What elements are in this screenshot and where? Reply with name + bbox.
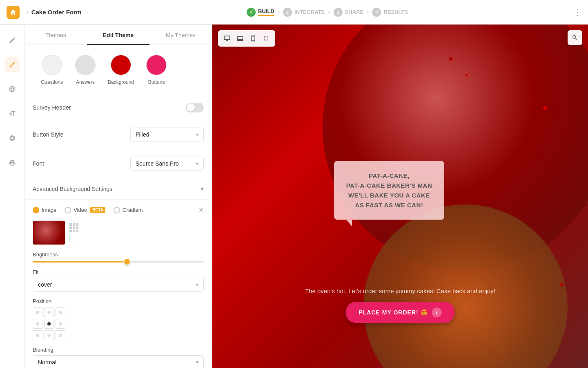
- radio-video-label: Video: [74, 207, 87, 213]
- pos-mid-left[interactable]: [33, 319, 42, 329]
- survey-header-toggle[interactable]: [186, 103, 204, 112]
- tab-my-themes[interactable]: My Themes: [149, 25, 212, 45]
- step-results[interactable]: 4 RESULTS: [372, 8, 408, 17]
- color-item-buttons[interactable]: Buttons: [146, 55, 167, 85]
- preview-fullscreen-btn[interactable]: [261, 33, 272, 44]
- main-content: Themes Edit Theme My Themes Questions An…: [0, 25, 588, 368]
- pos-bot-center[interactable]: [44, 330, 54, 340]
- image-thumbnail[interactable]: [33, 220, 65, 245]
- color-circle-answers[interactable]: [75, 55, 96, 75]
- sidebar-globe-icon[interactable]: [5, 82, 20, 96]
- step-share[interactable]: 3 SHARE: [334, 8, 364, 17]
- berry-4: [543, 106, 547, 110]
- fit-dropdown[interactable]: cover ▾: [33, 278, 204, 292]
- cta-arrow-icon: ›: [432, 307, 442, 317]
- sidebar-text-icon[interactable]: [5, 106, 20, 121]
- pos-bot-left[interactable]: [33, 330, 42, 340]
- panel-tabs: Themes Edit Theme My Themes: [24, 25, 212, 45]
- pos-mid-right[interactable]: [56, 319, 65, 329]
- berry-1: [449, 57, 452, 61]
- quote-text: PAT-A-CAKE,PAT-A-CAKE BAKER'S MANWE'LL B…: [346, 172, 432, 209]
- color-circle-questions[interactable]: [42, 55, 62, 75]
- survey-header-row: Survey Header: [24, 95, 212, 120]
- button-style-row: Button Style Filled ▾: [24, 120, 212, 149]
- button-style-dropdown[interactable]: Filled ▾: [130, 128, 204, 141]
- step-share-label: SHARE: [345, 9, 364, 15]
- color-item-questions[interactable]: Questions: [41, 55, 63, 85]
- radio-gradient-circle: [114, 207, 120, 213]
- pos-top-left[interactable]: [33, 307, 42, 317]
- color-label-answers: Answers: [76, 79, 95, 85]
- step-results-circle: 4: [372, 8, 381, 17]
- brightness-slider[interactable]: [33, 261, 204, 263]
- sidebar-pencil-icon[interactable]: [5, 33, 20, 47]
- cake-background: PAT-A-CAKE,PAT-A-CAKE BAKER'S MANWE'LL B…: [212, 25, 588, 368]
- pos-top-right[interactable]: [56, 307, 65, 317]
- preview-toolbar: [218, 30, 275, 47]
- position-grid: [33, 307, 65, 340]
- color-swatches-row: Questions Answers Background Buttons: [24, 45, 212, 95]
- step-build[interactable]: ✓ BUILD: [247, 8, 274, 17]
- step-build-label: BUILD: [258, 8, 274, 16]
- cta-button[interactable]: PLACE MY ORDER! 😍 ›: [345, 302, 454, 323]
- bg-type-radio-row: Image Video BETA Gradient ✕: [33, 206, 204, 214]
- font-dropdown[interactable]: Source Sans Pro ▾: [130, 157, 204, 171]
- step-share-circle: 3: [334, 8, 343, 17]
- radio-gradient-label: Gradient: [122, 207, 143, 213]
- pos-bot-right[interactable]: [56, 330, 65, 340]
- step-results-label: RESULTS: [383, 9, 408, 15]
- radio-image-label: Image: [42, 207, 56, 213]
- blending-dropdown[interactable]: Normal ▾: [33, 355, 204, 368]
- more-options-button[interactable]: ⋮: [573, 8, 581, 17]
- brightness-label: Brightness: [33, 251, 204, 258]
- pos-top-center[interactable]: [44, 307, 54, 317]
- img-grid-button[interactable]: [69, 223, 79, 232]
- preview-desktop-btn[interactable]: [221, 33, 233, 44]
- sidebar-brush-icon[interactable]: [5, 57, 20, 72]
- font-row: Font Source Sans Pro ▾: [24, 149, 212, 178]
- tab-edit-theme[interactable]: Edit Theme: [87, 25, 149, 45]
- color-circle-background[interactable]: [111, 55, 131, 75]
- step-build-circle: ✓: [247, 8, 256, 17]
- color-item-background[interactable]: Background: [108, 55, 134, 85]
- blending-arrow: ▾: [196, 359, 198, 365]
- preview-tablet-btn[interactable]: [234, 33, 246, 44]
- topbar: › Cake Order Form ✓ BUILD › 2 INTEGRATE …: [0, 0, 588, 25]
- position-label: Position: [33, 298, 204, 304]
- preview-search-button[interactable]: [568, 30, 582, 45]
- home-button[interactable]: [7, 6, 20, 19]
- toggle-knob: [187, 103, 195, 112]
- img-list-icon: [69, 234, 79, 242]
- brightness-section: Brightness: [33, 251, 204, 263]
- preview-area: PAT-A-CAKE,PAT-A-CAKE BAKER'S MANWE'LL B…: [212, 25, 588, 368]
- slider-thumb[interactable]: [123, 258, 131, 265]
- fit-label: Fit: [33, 269, 204, 275]
- sidebar-print-icon[interactable]: [5, 155, 20, 170]
- preview-mobile-btn[interactable]: [247, 33, 259, 44]
- pos-mid-center[interactable]: [44, 319, 54, 329]
- sidebar-settings-icon[interactable]: [5, 131, 20, 146]
- advanced-bg-header[interactable]: Advanced Background Settings ▾: [24, 178, 212, 200]
- bg-type-gradient[interactable]: Gradient: [114, 207, 143, 213]
- slider-fill: [33, 261, 127, 263]
- step-integrate[interactable]: 2 INTEGRATE: [283, 8, 325, 17]
- step-integrate-circle: 2: [283, 8, 292, 17]
- theme-panel: Themes Edit Theme My Themes Questions An…: [24, 25, 212, 368]
- fit-arrow: ▾: [196, 282, 198, 287]
- tab-themes[interactable]: Themes: [24, 25, 87, 45]
- button-style-arrow: ▾: [196, 132, 198, 137]
- color-item-answers[interactable]: Answers: [75, 55, 96, 85]
- fit-value: cover: [38, 281, 52, 288]
- berry-2: [466, 74, 468, 76]
- position-section: Position: [33, 298, 204, 340]
- close-bg-button[interactable]: ✕: [198, 206, 204, 214]
- page-title: Cake Order Form: [31, 9, 82, 16]
- radio-image-circle: [33, 207, 39, 213]
- bg-type-video[interactable]: Video BETA: [65, 207, 105, 213]
- quote-bubble: PAT-A-CAKE,PAT-A-CAKE BAKER'S MANWE'LL B…: [334, 161, 444, 220]
- berry-3: [503, 45, 506, 48]
- color-circle-buttons[interactable]: [146, 55, 167, 75]
- beta-badge: BETA: [90, 207, 105, 213]
- img-preview-row: [33, 220, 204, 245]
- bg-type-image[interactable]: Image: [33, 207, 56, 213]
